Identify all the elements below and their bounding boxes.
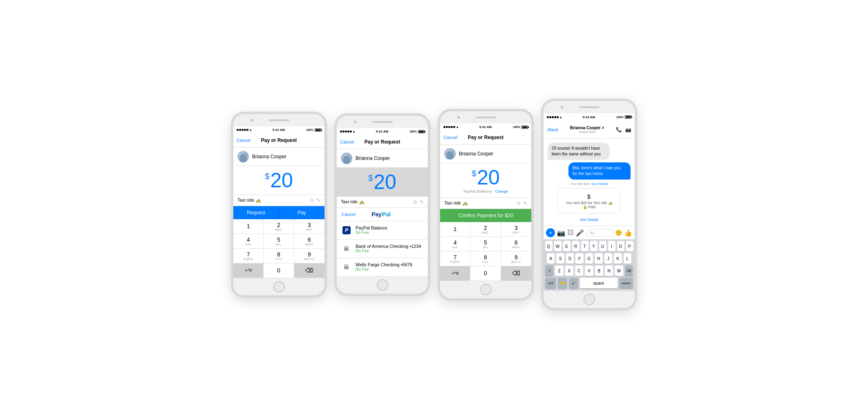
key-123[interactable]: 123 xyxy=(545,278,556,288)
key-6-3[interactable]: 6MNO xyxy=(501,237,531,252)
paypal-balance-fee: No Fee xyxy=(356,230,387,235)
key-4-3[interactable]: 4GHI xyxy=(440,237,470,252)
key-W[interactable]: W xyxy=(554,241,562,252)
key-backspace[interactable]: ⌫ xyxy=(625,265,633,276)
wells-fargo-option[interactable]: 🏛 Wells Fargo Checking •5678 No Fee xyxy=(337,258,428,276)
kb-row-2: A S D F G H J K L xyxy=(544,252,635,264)
key-8-1[interactable]: 8TUV xyxy=(264,249,294,263)
key-1-1[interactable]: 1 xyxy=(233,219,264,234)
image-input-icon[interactable]: 🖼 xyxy=(567,229,574,236)
key-K[interactable]: K xyxy=(614,253,622,264)
card-paid-status: 🔒 Paid xyxy=(562,205,615,209)
key-O[interactable]: O xyxy=(617,241,624,252)
numpad-3: 1 2ABC 3DEF 4GHI 5JKL 6MNO 7PQRS 8TUV 9W… xyxy=(440,222,531,281)
key-3-3[interactable]: 3DEF xyxy=(501,222,531,237)
key-X[interactable]: X xyxy=(565,265,573,276)
camera-input-icon[interactable]: 📷 xyxy=(557,229,565,237)
key-4-1[interactable]: 4GHI xyxy=(233,234,264,249)
wifi-icon-2: ▴ xyxy=(353,130,355,133)
home-button-2[interactable] xyxy=(377,279,388,291)
signal-area-1: ▴ xyxy=(237,128,251,132)
bofa-option[interactable]: 🏛 Bank of America Checking •1234 No Fee xyxy=(337,240,428,258)
see-details-link-2[interactable]: See Details xyxy=(548,218,631,222)
key-A[interactable]: A xyxy=(547,253,555,264)
home-button-1[interactable] xyxy=(273,281,285,292)
key-return[interactable]: return xyxy=(619,278,633,288)
key-del-1[interactable]: ⌫ xyxy=(294,263,324,278)
amount-area-2: $ 20 xyxy=(337,168,428,196)
key-2-3[interactable]: 2ABC xyxy=(470,222,501,237)
key-U[interactable]: U xyxy=(599,241,606,252)
key-S[interactable]: S xyxy=(556,253,564,264)
key-space[interactable]: space xyxy=(580,278,617,288)
edit-icon-2[interactable]: ✎ xyxy=(420,199,424,205)
phone-call-icon[interactable]: 📞 xyxy=(616,127,622,133)
key-J[interactable]: J xyxy=(604,253,612,264)
key-T[interactable]: T xyxy=(581,241,588,252)
key-F[interactable]: F xyxy=(575,253,583,264)
key-Z[interactable]: Z xyxy=(555,265,563,276)
key-B[interactable]: B xyxy=(595,265,603,276)
key-7-1[interactable]: 7PQRS xyxy=(233,249,264,263)
key-Q[interactable]: Q xyxy=(545,241,553,252)
wells-fargo-name: Wells Fargo Checking •5678 xyxy=(356,262,412,267)
dot5 xyxy=(246,129,248,131)
key-6-1[interactable]: 6MNO xyxy=(294,234,324,249)
key-emoji[interactable]: 🙂 xyxy=(558,278,567,288)
cancel-button-2[interactable]: Cancel xyxy=(340,139,354,144)
change-payment-link[interactable]: Change xyxy=(495,189,508,193)
key-C[interactable]: C xyxy=(575,265,583,276)
home-button-3[interactable] xyxy=(480,284,492,295)
see-details-link-1[interactable]: See Details xyxy=(591,182,608,186)
mic-input-icon[interactable]: 🎤 xyxy=(576,229,584,237)
key-H[interactable]: H xyxy=(595,253,602,264)
key-E[interactable]: E xyxy=(563,241,570,252)
key-V[interactable]: V xyxy=(585,265,593,276)
key-dictation[interactable]: 🎤 xyxy=(569,278,578,288)
pay-button-1[interactable]: Pay xyxy=(279,206,324,219)
key-del-3[interactable]: ⌫ xyxy=(501,266,531,281)
emoji-icon[interactable]: 🙂 xyxy=(615,229,622,236)
key-8-3[interactable]: 8TUV xyxy=(470,252,501,266)
back-button[interactable]: ‹ Back xyxy=(547,127,558,132)
add-button[interactable]: + xyxy=(546,228,555,237)
key-G[interactable]: G xyxy=(585,253,593,264)
request-button-1[interactable]: Request xyxy=(233,206,279,219)
edit-icon-3[interactable]: ✎ xyxy=(523,200,527,206)
video-call-icon[interactable]: 📷 xyxy=(625,127,631,133)
key-N[interactable]: N xyxy=(605,265,613,276)
key-R[interactable]: R xyxy=(572,241,579,252)
key-1-3[interactable]: 1 xyxy=(440,222,470,237)
camera-icon-1[interactable]: ⊙ xyxy=(310,198,314,203)
key-5-1[interactable]: 5JKL xyxy=(264,234,294,249)
key-0-1[interactable]: 0 xyxy=(264,263,294,278)
key-Y[interactable]: Y xyxy=(590,241,597,252)
home-button-4[interactable] xyxy=(584,294,595,305)
key-9-1[interactable]: 9WXYZ xyxy=(294,249,324,263)
key-5-3[interactable]: 5JKL xyxy=(470,237,501,252)
key-L[interactable]: L xyxy=(624,253,631,264)
paypal-balance-option[interactable]: P PayPal Balance No Fee xyxy=(337,221,428,240)
key-star-1[interactable]: +*# xyxy=(233,263,264,278)
key-M[interactable]: M xyxy=(615,265,623,276)
key-0-3[interactable]: 0 xyxy=(470,266,501,281)
key-shift[interactable]: ⇧ xyxy=(545,265,553,276)
camera-icon-3[interactable]: ⊙ xyxy=(517,200,521,206)
thumbs-up-icon[interactable]: 👍 xyxy=(624,229,632,237)
cancel-button-1[interactable]: Cancel xyxy=(237,138,251,143)
edit-icon-1[interactable]: ✎ xyxy=(316,198,320,203)
key-D[interactable]: D xyxy=(566,253,574,264)
message-input[interactable]: Aa xyxy=(586,229,613,237)
key-3-1[interactable]: 3DEF xyxy=(294,219,324,234)
battery-pct-3: 100% xyxy=(513,126,520,128)
panel-cancel-button[interactable]: Cancel xyxy=(342,212,356,217)
cancel-button-3[interactable]: Cancel xyxy=(443,135,457,140)
key-star-3[interactable]: +*# xyxy=(440,266,470,281)
key-P[interactable]: P xyxy=(626,241,633,252)
camera-icon-2[interactable]: ⊙ xyxy=(413,199,417,205)
key-2-1[interactable]: 2ABC xyxy=(264,219,294,234)
confirm-payment-button[interactable]: Confirm Payment for $20 xyxy=(440,209,531,222)
key-9-3[interactable]: 9WXYZ xyxy=(501,252,531,266)
key-I[interactable]: I xyxy=(608,241,615,252)
key-7-3[interactable]: 7PQRS xyxy=(440,252,470,266)
